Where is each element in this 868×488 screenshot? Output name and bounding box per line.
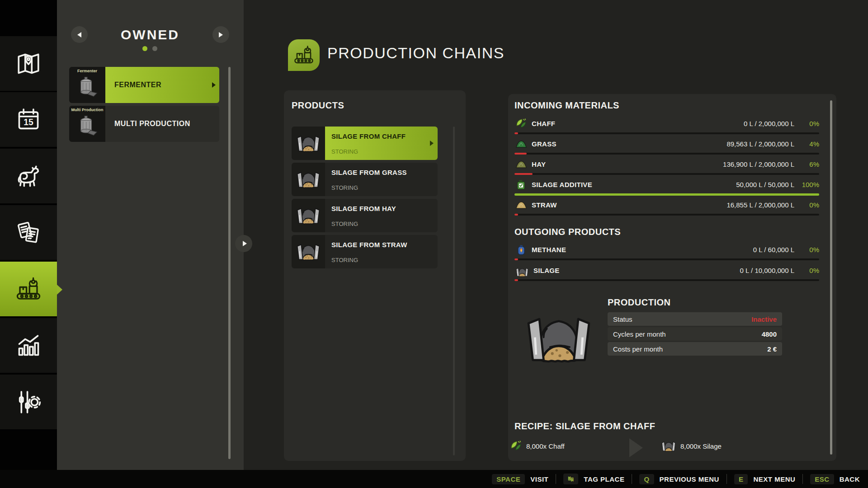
- production-point-image: [520, 314, 597, 363]
- sidebar-item-production[interactable]: [0, 262, 57, 316]
- silage-silo-icon: [661, 441, 676, 452]
- product-status: STORING: [331, 221, 431, 227]
- page-dot-inactive[interactable]: [152, 46, 157, 51]
- material-amount: 16,855 L / 2,000,000 L: [726, 199, 794, 211]
- chaff-icon: [515, 118, 527, 130]
- material-row-silage: SILAGE 0 L / 10,000,000 L 0%: [514, 265, 819, 277]
- sidebar-item-statistics[interactable]: [0, 318, 57, 373]
- hotkey-previous-menu[interactable]: Q PREVIOUS MENU: [639, 474, 719, 484]
- material-percent: 0%: [797, 199, 819, 211]
- product-name: SILAGE FROM GRASS: [331, 169, 431, 176]
- panel-collapse-handle[interactable]: [235, 235, 252, 252]
- fill-bar: [514, 153, 819, 155]
- production-icon: [15, 276, 42, 302]
- product-item-silage-from-hay[interactable]: SILAGE FROM HAY STORING: [292, 199, 438, 232]
- hotkey-label: NEXT MENU: [753, 475, 795, 483]
- owned-item-label: MULTI PRODUCTION: [114, 120, 190, 128]
- material-percent: 100%: [797, 179, 819, 191]
- key-e[interactable]: E: [734, 474, 748, 484]
- product-status: STORING: [331, 148, 431, 155]
- selected-arrow-icon: [212, 82, 216, 88]
- fill-bar: [514, 193, 819, 196]
- material-name: CHAFF: [532, 118, 555, 130]
- owned-item-fermenter[interactable]: Fermenter FERMENTER: [69, 67, 219, 103]
- material-name: GRASS: [532, 138, 557, 150]
- owned-panel: OWNED Fermenter FERMENTER Multi Producti…: [57, 0, 244, 470]
- status-value: Inactive: [751, 315, 777, 323]
- production-row-status: Status Inactive: [608, 312, 782, 326]
- hotkey-visit[interactable]: SPACE VISIT: [492, 474, 548, 484]
- thumbnail-caption: Multi Production: [69, 108, 105, 112]
- products-scrollbar[interactable]: [453, 127, 455, 455]
- detail-scrollbar[interactable]: [830, 100, 832, 455]
- material-amount: 89,563 L / 2,000,000 L: [726, 138, 794, 150]
- sidebar-item-map[interactable]: [0, 36, 57, 91]
- key-esc[interactable]: ESC: [810, 474, 834, 484]
- owned-item-thumbnail: Fermenter: [69, 67, 105, 103]
- main-menu-sidebar: 15: [0, 0, 57, 470]
- product-item-silage-from-chaff[interactable]: SILAGE FROM CHAFF STORING: [292, 127, 438, 160]
- production-chains-icon: [293, 45, 314, 66]
- row-label: Cycles per month: [613, 330, 666, 338]
- fermenter-icon: [75, 114, 99, 137]
- grass-icon: [515, 138, 527, 150]
- active-tab-arrow: [57, 285, 62, 295]
- sidebar-item-settings[interactable]: [0, 375, 57, 429]
- material-name: STRAW: [532, 199, 557, 211]
- page-title: PRODUCTION CHAINS: [327, 44, 505, 62]
- key-tab-icon[interactable]: ↹: [563, 474, 578, 484]
- product-thumbnail: [292, 235, 325, 268]
- divider: [556, 474, 556, 484]
- hotkey-label: TAG PLACE: [584, 475, 624, 483]
- outgoing-products-title: OUTGOING PRODUCTS: [514, 227, 621, 237]
- material-row-straw: STRAW 16,855 L / 2,000,000 L 0%: [514, 199, 819, 211]
- sidebar-item-animals[interactable]: [0, 149, 57, 203]
- material-row-silage-additive: SILAGE ADDITIVE 50,000 L / 50,000 L 100%: [514, 179, 819, 191]
- sidebar-item-calendar[interactable]: 15: [0, 92, 57, 147]
- material-name: SILAGE: [533, 265, 560, 277]
- divider: [802, 474, 803, 484]
- owned-item-thumbnail: Multi Production: [69, 106, 105, 142]
- product-name: SILAGE FROM CHAFF: [331, 132, 431, 140]
- sidebar-item-finances[interactable]: [0, 205, 57, 260]
- owned-scrollbar[interactable]: [228, 67, 231, 459]
- hotkey-back[interactable]: ESC BACK: [810, 474, 860, 484]
- product-thumbnail: [292, 127, 325, 160]
- row-label: Costs per month: [613, 345, 663, 353]
- svg-text:15: 15: [24, 117, 33, 127]
- production-row-cycles: Cycles per month 4800: [608, 327, 782, 341]
- cow-icon: [15, 163, 42, 189]
- products-title: PRODUCTS: [292, 100, 344, 111]
- hotkey-label: BACK: [840, 475, 860, 483]
- hotkey-label: PREVIOUS MENU: [660, 475, 719, 483]
- hay-icon: [515, 159, 527, 170]
- material-amount: 136,900 L / 2,000,000 L: [723, 159, 794, 170]
- recipe-input: 8,000x Chaff: [510, 440, 565, 452]
- fermenter-icon: [75, 75, 99, 99]
- owned-item-label: FERMENTER: [114, 81, 161, 89]
- production-title: PRODUCTION: [608, 297, 670, 308]
- product-thumbnail: [292, 199, 325, 232]
- incoming-materials-title: INCOMING MATERIALS: [514, 100, 619, 111]
- silage-silo-icon: [515, 266, 529, 278]
- owned-item-multi-production[interactable]: Multi Production MULTI PRODUCTION: [69, 106, 219, 142]
- production-detail-panel: INCOMING MATERIALS CHAFF 0 L / 2,000,000…: [508, 94, 836, 461]
- owned-next-button[interactable]: [212, 26, 229, 43]
- material-amount: 0 L / 10,000,000 L: [740, 265, 794, 277]
- material-percent: 4%: [797, 138, 819, 150]
- page-dot-active[interactable]: [142, 46, 147, 51]
- recipe-output: 8,000x Silage: [661, 440, 722, 452]
- hotkey-next-menu[interactable]: E NEXT MENU: [734, 474, 795, 484]
- fill-bar: [514, 279, 819, 281]
- recipe-output-label: 8,000x Silage: [680, 442, 722, 450]
- silage-silo-icon: [296, 206, 321, 225]
- product-item-silage-from-grass[interactable]: SILAGE FROM GRASS STORING: [292, 163, 438, 196]
- production-row-costs: Costs per month 2 €: [608, 342, 782, 356]
- statistics-icon: [15, 333, 42, 359]
- hotkey-tag-place[interactable]: ↹ TAG PLACE: [563, 474, 624, 484]
- product-item-silage-from-straw[interactable]: SILAGE FROM STRAW STORING: [292, 235, 438, 268]
- arrow-right-icon: [243, 241, 247, 246]
- key-q[interactable]: Q: [639, 474, 654, 484]
- chaff-icon: [510, 440, 522, 452]
- key-space[interactable]: SPACE: [492, 474, 525, 484]
